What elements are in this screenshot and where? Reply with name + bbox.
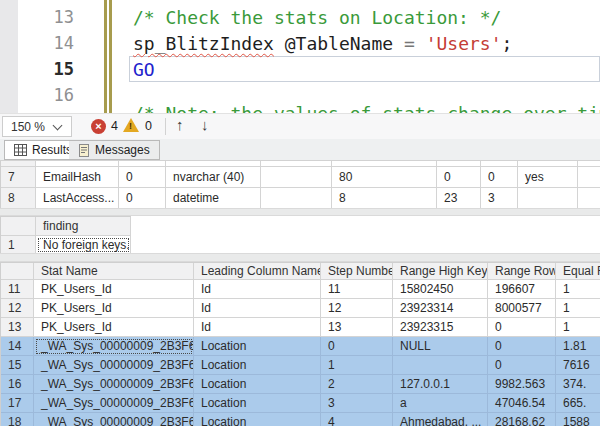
grid-cell[interactable]: a bbox=[393, 394, 488, 413]
statistics-result-grid: Stat NameLeading Column NameStep NumberR… bbox=[0, 262, 600, 426]
grid-cell[interactable]: 8 bbox=[332, 188, 437, 209]
navigate-up-button[interactable]: ↑ bbox=[176, 116, 184, 133]
grid-cell[interactable]: yes bbox=[518, 167, 578, 188]
column-header-cell[interactable]: Step Number bbox=[321, 263, 393, 280]
grid-cell[interactable]: Ahmedabad, ... bbox=[393, 413, 488, 426]
grid-cell[interactable]: 0 bbox=[488, 337, 556, 356]
grid-cell[interactable]: Id bbox=[194, 318, 321, 337]
grid-cell[interactable]: 9982.563 bbox=[488, 375, 556, 394]
grid-cell[interactable]: 15802450 bbox=[393, 280, 488, 299]
grid-cell[interactable]: 13 bbox=[321, 318, 393, 337]
grid-cell[interactable]: 47046.54 bbox=[488, 394, 556, 413]
grid-cell[interactable]: Location bbox=[194, 337, 321, 356]
grid-cell[interactable] bbox=[261, 167, 332, 188]
tab-messages[interactable]: Messages bbox=[69, 140, 160, 160]
grid-cell[interactable]: 0 bbox=[321, 337, 393, 356]
grid-splitter[interactable] bbox=[0, 253, 600, 262]
column-header-cell[interactable]: Leading Column Name bbox=[194, 263, 321, 280]
grid-cell[interactable]: 0 bbox=[119, 167, 166, 188]
row-number-cell[interactable]: 11 bbox=[1, 280, 34, 299]
grid-cell[interactable]: nvarchar (40) bbox=[166, 167, 261, 188]
query-editor[interactable]: 13 14 15 16 /* Check the stats on Locati… bbox=[0, 0, 600, 113]
column-header-cell[interactable]: Range High Key bbox=[393, 263, 488, 280]
grid-cell[interactable]: 12 bbox=[321, 299, 393, 318]
grid-cell[interactable]: 1 bbox=[556, 280, 600, 299]
grid-cell[interactable]: 11 bbox=[321, 280, 393, 299]
zoom-level-combobox[interactable]: 150 % bbox=[2, 116, 72, 137]
grid-cell[interactable]: 4 bbox=[321, 413, 393, 426]
row-number-cell[interactable]: 14 bbox=[1, 337, 34, 356]
grid-cell[interactable] bbox=[578, 188, 600, 209]
grid-cell[interactable]: 7616 bbox=[556, 356, 600, 375]
grid-cell[interactable]: 1.81 bbox=[556, 337, 600, 356]
grid-cell[interactable]: 80 bbox=[332, 167, 437, 188]
grid-cell[interactable]: 0 bbox=[488, 356, 556, 375]
grid-cell[interactable]: NULL bbox=[393, 337, 488, 356]
column-header-cell[interactable]: Range Rows bbox=[488, 263, 556, 280]
row-number-cell[interactable]: 7 bbox=[1, 167, 36, 188]
grid-cell[interactable]: Id bbox=[194, 280, 321, 299]
grid-cell[interactable]: Location bbox=[194, 413, 321, 426]
grid-cell[interactable]: Id bbox=[194, 299, 321, 318]
column-header-cell[interactable]: Equal Rows bbox=[556, 263, 600, 280]
grid-cell[interactable]: No foreign keys. bbox=[36, 236, 131, 254]
grid-cell[interactable]: 28168.62 bbox=[488, 413, 556, 426]
grid-cell[interactable]: 3 bbox=[321, 394, 393, 413]
grid-cell[interactable] bbox=[261, 188, 332, 209]
grid-cell[interactable]: 23923315 bbox=[393, 318, 488, 337]
grid-cell[interactable]: PK_Users_Id bbox=[34, 318, 194, 337]
grid-cell[interactable]: PK_Users_Id bbox=[34, 280, 194, 299]
grid-cell[interactable]: LastAccess... bbox=[36, 188, 119, 209]
grid-cell[interactable]: 196607 bbox=[488, 280, 556, 299]
grid-cell[interactable]: _WA_Sys_00000009_2B3F6... bbox=[34, 356, 194, 375]
grid-cell[interactable]: 665. bbox=[556, 394, 600, 413]
grid-cell[interactable]: _WA_Sys_00000009_2B3F6... bbox=[34, 337, 194, 356]
row-number-cell[interactable]: 8 bbox=[1, 188, 36, 209]
column-header-cell[interactable]: finding bbox=[36, 217, 131, 236]
column-header-cell[interactable]: Stat Name bbox=[34, 263, 194, 280]
grid-cell[interactable]: _WA_Sys_00000009_2B3F6... bbox=[34, 394, 194, 413]
row-number-cell[interactable]: 16 bbox=[1, 375, 34, 394]
grid-cell[interactable]: 8000577 bbox=[488, 299, 556, 318]
breakpoint-margin[interactable] bbox=[0, 0, 18, 113]
grid-cell[interactable]: 127.0.0.1 bbox=[393, 375, 488, 394]
grid-cell[interactable]: 0 bbox=[488, 318, 556, 337]
column-header-cell[interactable] bbox=[1, 263, 34, 280]
grid-cell[interactable]: Location bbox=[194, 375, 321, 394]
row-number-cell[interactable]: 12 bbox=[1, 299, 34, 318]
row-number-cell[interactable]: 18 bbox=[1, 413, 34, 426]
row-number-cell[interactable]: 17 bbox=[1, 394, 34, 413]
row-number-cell[interactable]: 15 bbox=[1, 356, 34, 375]
grid-cell[interactable]: 1 bbox=[556, 299, 600, 318]
grid-cell[interactable]: 0 bbox=[481, 167, 518, 188]
grid-cell[interactable]: EmailHash bbox=[36, 167, 119, 188]
grid-cell[interactable]: 0 bbox=[437, 167, 481, 188]
grid-cell[interactable]: 23 bbox=[437, 188, 481, 209]
grid-cell[interactable]: 1 bbox=[556, 318, 600, 337]
navigate-down-button[interactable]: ↓ bbox=[201, 116, 209, 133]
row-number-cell[interactable]: 13 bbox=[1, 318, 34, 337]
grid-cell[interactable]: Location bbox=[194, 394, 321, 413]
error-count[interactable]: 4 bbox=[111, 119, 118, 133]
grid-cell[interactable]: datetime bbox=[166, 188, 261, 209]
row-number-cell[interactable]: 1 bbox=[1, 236, 36, 254]
column-header-cell[interactable] bbox=[1, 217, 36, 236]
grid-cell[interactable]: 0 bbox=[119, 188, 166, 209]
error-icon[interactable]: × bbox=[91, 119, 106, 134]
warning-icon[interactable]: ! bbox=[123, 118, 139, 132]
grid-cell[interactable]: Location bbox=[194, 356, 321, 375]
grid-cell[interactable] bbox=[518, 188, 578, 209]
grid-cell[interactable]: 1 bbox=[321, 356, 393, 375]
grid-cell[interactable] bbox=[393, 356, 488, 375]
grid-cell[interactable]: 23923314 bbox=[393, 299, 488, 318]
grid-cell[interactable]: 374. bbox=[556, 375, 600, 394]
grid-cell[interactable]: 2 bbox=[321, 375, 393, 394]
grid-cell[interactable]: 1588 bbox=[556, 413, 600, 426]
grid-cell[interactable]: 3 bbox=[481, 188, 518, 209]
grid-cell[interactable]: _WA_Sys_00000009_2B3F6... bbox=[34, 413, 194, 426]
warning-count[interactable]: 0 bbox=[145, 119, 152, 133]
grid-cell[interactable]: _WA_Sys_00000009_2B3F6... bbox=[34, 375, 194, 394]
grid-splitter[interactable] bbox=[0, 208, 600, 216]
grid-cell[interactable] bbox=[578, 167, 600, 188]
grid-cell[interactable]: PK_Users_Id bbox=[34, 299, 194, 318]
